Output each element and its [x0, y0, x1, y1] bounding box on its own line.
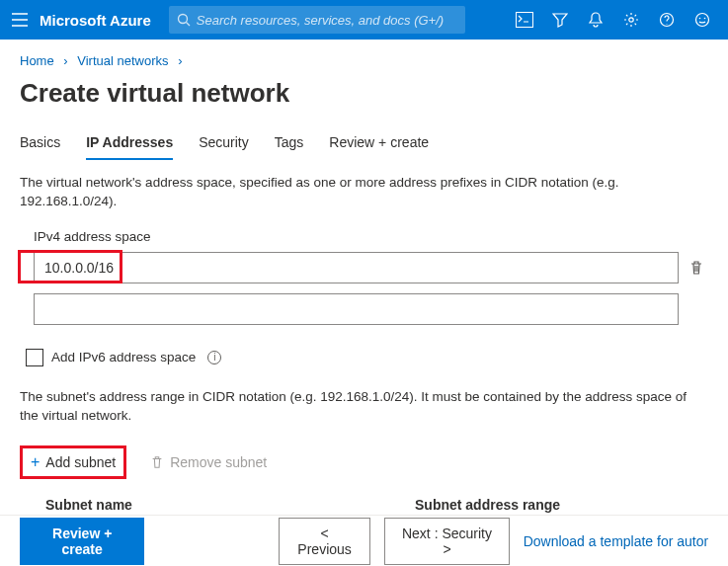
ipv6-checkbox[interactable] — [26, 349, 43, 366]
page-title: Create virtual network — [0, 74, 728, 121]
add-subnet-label: Add subnet — [45, 454, 116, 470]
search-icon — [177, 13, 191, 27]
breadcrumb-virtual-networks[interactable]: Virtual networks — [77, 53, 168, 68]
tab-review-create[interactable]: Review + create — [329, 126, 429, 160]
svg-point-5 — [696, 14, 709, 27]
subnet-actions: + Add subnet Remove subnet — [20, 445, 708, 479]
tab-security[interactable]: Security — [199, 126, 249, 160]
search-input[interactable] — [197, 13, 457, 28]
svg-point-7 — [704, 18, 706, 20]
plus-icon: + — [31, 453, 40, 471]
download-template-link[interactable]: Download a template for automati — [524, 533, 708, 549]
chevron-right-icon: › — [63, 53, 67, 68]
notifications-icon[interactable] — [578, 0, 613, 40]
remove-subnet-button: Remove subnet — [142, 449, 275, 475]
ipv4-address-input[interactable] — [34, 252, 679, 283]
help-icon[interactable] — [649, 0, 685, 40]
next-button[interactable]: Next : Security > — [384, 518, 509, 565]
trash-icon — [150, 455, 164, 469]
content-area: The virtual network's address space, spe… — [0, 160, 728, 554]
svg-point-6 — [699, 18, 701, 20]
tab-tags[interactable]: Tags — [275, 126, 304, 160]
settings-gear-icon[interactable] — [613, 0, 649, 40]
wizard-footer: Review + create < Previous Next : Securi… — [0, 515, 728, 566]
tab-basics[interactable]: Basics — [20, 126, 60, 160]
svg-point-3 — [629, 18, 633, 22]
svg-point-0 — [178, 15, 187, 24]
svg-line-1 — [186, 23, 190, 27]
remove-subnet-label: Remove subnet — [170, 454, 267, 470]
hamburger-menu-icon[interactable] — [8, 8, 32, 32]
breadcrumb-home[interactable]: Home — [20, 53, 54, 68]
cloud-shell-icon[interactable] — [507, 0, 542, 40]
feedback-icon[interactable] — [685, 0, 720, 40]
breadcrumb: Home › Virtual networks › — [0, 40, 728, 74]
previous-button[interactable]: < Previous — [279, 518, 371, 565]
ipv4-label: IPv4 address space — [20, 229, 708, 244]
delete-icon[interactable] — [685, 256, 708, 280]
ipv6-checkbox-row: Add IPv6 address space i — [20, 349, 708, 366]
azure-top-bar: Microsoft Azure — [0, 0, 728, 40]
review-create-button[interactable]: Review + create — [20, 518, 144, 565]
ipv6-checkbox-label: Add IPv6 address space — [51, 350, 196, 364]
brand-label: Microsoft Azure — [40, 12, 151, 29]
tab-bar: Basics IP Addresses Security Tags Review… — [0, 126, 728, 160]
col-subnet-range: Subnet address range — [415, 497, 708, 513]
tab-ip-addresses[interactable]: IP Addresses — [86, 126, 173, 160]
info-icon[interactable]: i — [207, 351, 221, 364]
ipv4-description: The virtual network's address space, spe… — [20, 174, 708, 211]
subnet-description: The subnet's address range in CIDR notat… — [20, 388, 708, 426]
filter-icon[interactable] — [542, 0, 578, 40]
svg-rect-2 — [517, 13, 533, 28]
add-subnet-button[interactable]: + Add subnet — [20, 445, 126, 479]
col-subnet-name: Subnet name — [20, 497, 415, 513]
ipv4-address-input-2[interactable] — [34, 293, 679, 325]
chevron-right-icon: › — [178, 53, 182, 68]
global-search[interactable] — [169, 6, 465, 34]
